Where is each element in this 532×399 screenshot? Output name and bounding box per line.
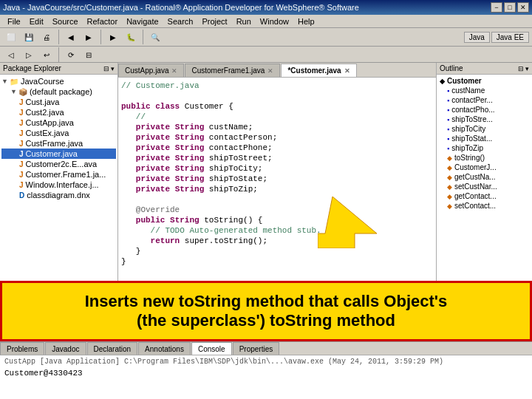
outline-item-contactper[interactable]: ▪ contactPer... (438, 95, 531, 105)
print-button[interactable]: 🖨 (38, 30, 55, 44)
menu-navigate[interactable]: Navigate (122, 16, 163, 27)
java-perspective[interactable]: Java (464, 32, 490, 43)
code-text: String (175, 122, 205, 132)
outline-root[interactable]: ◆ Customer (438, 76, 531, 86)
tree-item-default-pkg[interactable]: ▼ 📦 (default package) (1, 86, 116, 97)
last-edit[interactable]: ↩ (38, 47, 55, 62)
menu-run[interactable]: Run (232, 16, 256, 27)
tree-item-custframe[interactable]: J CustFrame.java (1, 138, 116, 149)
minimize-button[interactable]: − (491, 2, 502, 13)
tab-console[interactable]: Console (191, 342, 232, 355)
outline-item-shiptostr[interactable]: ▪ shipToStre... (438, 115, 531, 124)
tab-label: *Customer.java (287, 66, 341, 75)
outline-item-getcontact[interactable]: ◆ getContact... (438, 191, 531, 201)
field-icon: ▪ (447, 87, 449, 95)
tree-item-customer[interactable]: J Customer.java (1, 149, 116, 159)
tree-item-customer2c[interactable]: J Customer2c.E...ava (1, 159, 116, 169)
tab-properties[interactable]: Properties (233, 342, 280, 355)
tree-item-windowinterface[interactable]: J Window.Interface.j... (1, 180, 116, 190)
menu-edit[interactable]: Edit (25, 16, 48, 27)
tree-item-cust2[interactable]: J Cust2.java (1, 107, 116, 117)
outline-item-contactpho[interactable]: ▪ contactPho... (438, 105, 531, 115)
menu-window[interactable]: Window (256, 16, 293, 27)
code-text: } (121, 246, 140, 256)
menu-icon[interactable]: ▾ (111, 65, 115, 72)
code-line: private String shipToStreet; (121, 153, 433, 163)
code-text (121, 153, 136, 163)
java-file-icon: J (19, 181, 24, 189)
tab-javadoc[interactable]: Javadoc (45, 342, 86, 355)
tab-custapp[interactable]: CustApp.java ✕ (118, 64, 184, 77)
sync-btn[interactable]: ⟳ (63, 47, 79, 62)
package-explorer-header: Package Explorer ⊟ ▾ (0, 63, 117, 75)
java-file-icon: J (19, 160, 24, 168)
code-text: private (136, 122, 170, 132)
code-text: custName; (204, 122, 253, 132)
tree-item-classdiagram[interactable]: D classdiagram.dnx (1, 190, 116, 200)
outline-item-shiptostat[interactable]: ▪ shipToStat... (438, 134, 531, 143)
collapse-all-icon[interactable]: ⊟ (103, 65, 109, 72)
close-button[interactable]: ✕ (517, 2, 529, 13)
code-text: String (175, 132, 205, 143)
code-line: // Customer.java (121, 81, 433, 91)
tab-customerframe1[interactable]: CustomerFrame1.java ✕ (185, 64, 280, 77)
tree-item-customerframe1[interactable]: J Customer.Frame1.ja... (1, 169, 116, 180)
outline-item-custname[interactable]: ▪ custName (438, 86, 531, 95)
code-text: // TODO Auto-generated method stub. (151, 225, 321, 236)
tree-item-javacourse[interactable]: ▼ 📁 JavaCourse (1, 76, 116, 86)
code-line: // (121, 112, 433, 122)
sep4 (58, 47, 59, 62)
code-line: private String contactPerson; (121, 132, 433, 143)
field-icon: ▪ (447, 116, 449, 123)
search-button[interactable]: 🔍 (147, 30, 163, 44)
java-file-icon: J (19, 109, 24, 117)
menu-search[interactable]: Search (163, 16, 198, 27)
outline-item-tostring[interactable]: ◆ toString() (438, 153, 531, 163)
tab-close-icon[interactable]: ✕ (171, 67, 177, 75)
tree-label: Cust.java (26, 98, 60, 106)
tree-item-custex[interactable]: J CustEx.java (1, 128, 116, 138)
outline-item-setcontact[interactable]: ◆ setContact... (438, 201, 531, 211)
menu-source[interactable]: Source (48, 16, 83, 27)
collapse-btn[interactable]: ⊟ (81, 47, 97, 62)
menu-icon[interactable]: ▾ (525, 65, 529, 72)
sep1 (58, 30, 59, 44)
maximize-button[interactable]: □ (504, 2, 516, 13)
window-controls[interactable]: − □ ✕ (491, 2, 529, 13)
method-icon: ◆ (447, 164, 452, 171)
tab-customer[interactable]: *Customer.java ✕ (281, 64, 356, 77)
outline-item-shiptocity[interactable]: ▪ shipToCity (438, 124, 531, 134)
run-button[interactable]: ▶ (105, 30, 121, 44)
prev-edit[interactable]: ◁ (3, 47, 19, 62)
next-edit[interactable]: ▷ (21, 47, 37, 62)
tree-item-cust[interactable]: J Cust.java (1, 97, 116, 107)
outline-item-shiptozip[interactable]: ▪ shipToZip (438, 143, 531, 153)
menu-project[interactable]: Project (197, 16, 231, 27)
tab-close-icon[interactable]: ✕ (267, 67, 273, 75)
javaee-perspective[interactable]: Java EE (491, 32, 529, 43)
save-button[interactable]: 💾 (21, 30, 37, 44)
tab-declaration[interactable]: Declaration (87, 342, 138, 355)
java-file-icon: J (19, 129, 24, 137)
new-button[interactable]: ⬜ (3, 30, 19, 44)
outline-item-setcustna[interactable]: ◆ setCustNar... (438, 182, 531, 191)
menu-help[interactable]: Help (293, 16, 319, 27)
back-button[interactable]: ◀ (63, 30, 79, 44)
debug-button[interactable]: 🐛 (123, 30, 139, 44)
folder-icon: 📁 (10, 78, 18, 86)
tree-label: Customer.java (26, 149, 78, 158)
tree-item-custapp[interactable]: J CustApp.java (1, 117, 116, 128)
tab-annotations[interactable]: Annotations (138, 342, 191, 355)
code-editor[interactable]: // Customer.java public class Customer {… (118, 78, 436, 281)
menu-file[interactable]: File (3, 16, 25, 27)
code-text: super.toString(); (180, 236, 267, 246)
forward-button[interactable]: ▶ (81, 30, 97, 44)
outline-label: toString() (454, 154, 485, 162)
menu-refactor[interactable]: Refactor (83, 16, 123, 27)
tab-problems[interactable]: Problems (0, 342, 44, 355)
sort-icon[interactable]: ⊟ (518, 65, 524, 72)
outline-item-customerj[interactable]: ◆ CustomerJ... (438, 163, 531, 172)
tab-close-icon[interactable]: ✕ (344, 67, 350, 75)
tab-label: CustApp.java (125, 66, 168, 75)
outline-item-getcustna[interactable]: ◆ getCustNa... (438, 172, 531, 182)
